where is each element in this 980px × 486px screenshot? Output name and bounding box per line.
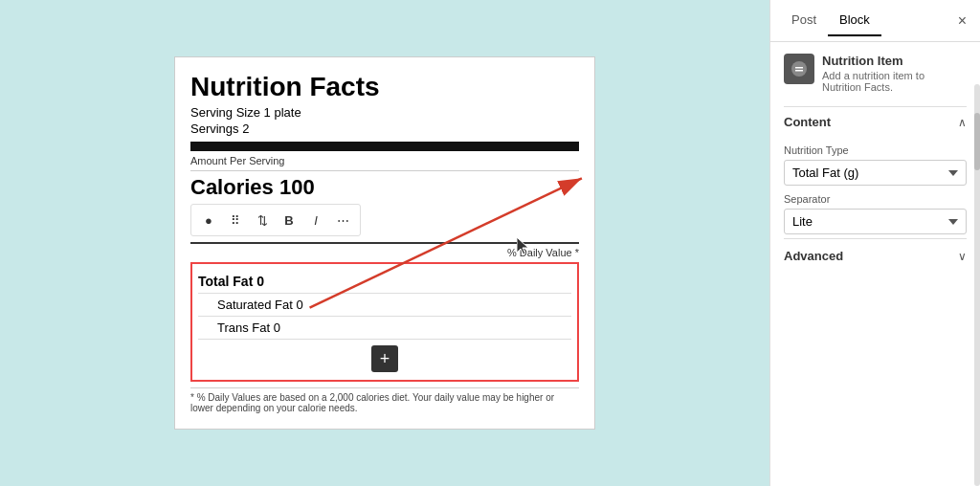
tab-post[interactable]: Post	[780, 5, 828, 36]
nutrition-card: Nutrition Facts Serving Size 1 plate Ser…	[174, 56, 595, 431]
toolbar-bold-btn[interactable]: B	[277, 208, 301, 232]
selected-nutrition-block: Total Fat 0 Saturated Fat 0 Trans Fat 0 …	[190, 262, 579, 382]
toolbar-italic-btn[interactable]: I	[303, 208, 328, 232]
advanced-section-header[interactable]: Advanced ∨	[784, 238, 967, 273]
panel-tabs: Post Block ×	[770, 0, 980, 42]
nutrition-item-saturated-fat: Saturated Fat 0	[198, 294, 571, 317]
block-toolbar: ● ⠿ ⇅ B I ⋯	[190, 204, 361, 236]
nutrition-type-select[interactable]: Total Fat (g) Saturated Fat (g) Trans Fa…	[784, 160, 967, 186]
calories-label: Calories	[190, 175, 274, 199]
toolbar-more-btn[interactable]: ⋯	[330, 208, 355, 232]
nutrition-title: Nutrition Facts	[190, 73, 579, 102]
svg-rect-4	[795, 70, 803, 72]
toolbar-icon-btn[interactable]: ●	[196, 208, 221, 232]
trans-fat-value: 0	[274, 320, 280, 335]
toolbar-drag-btn[interactable]: ⠿	[223, 208, 248, 232]
separator-select[interactable]: Lite None Bold	[784, 209, 967, 234]
add-btn-row: +	[198, 340, 571, 374]
toolbar-move-btn[interactable]: ⇅	[250, 208, 275, 232]
tab-block[interactable]: Block	[828, 5, 881, 36]
calories-value: 100	[279, 175, 315, 199]
add-item-button[interactable]: +	[371, 345, 398, 372]
panel-scrollbar-thumb[interactable]	[974, 113, 980, 170]
nutrition-item-trans-fat: Trans Fat 0	[198, 317, 571, 340]
content-section-title: Content	[784, 115, 831, 129]
total-fat-value: 0	[256, 274, 264, 289]
footnote: * % Daily Values are based on a 2,000 ca…	[190, 387, 579, 413]
content-section-header[interactable]: Content ∧	[784, 106, 967, 137]
canvas-area: Nutrition Facts Serving Size 1 plate Ser…	[0, 0, 769, 486]
plugin-description: Add a nutrition item to Nutrition Facts.	[822, 70, 967, 93]
calories-row: Calories 100	[190, 175, 579, 200]
right-panel: Post Block × Nutrition Item Add a nutrit…	[769, 0, 980, 486]
daily-value-row: % Daily Value *	[190, 242, 579, 258]
svg-rect-3	[795, 67, 803, 69]
svg-point-2	[791, 61, 807, 77]
plugin-name: Nutrition Item	[822, 54, 967, 68]
advanced-chevron-icon: ∨	[958, 250, 967, 263]
panel-close-button[interactable]: ×	[954, 9, 970, 33]
plugin-header: Nutrition Item Add a nutrition item to N…	[784, 54, 967, 93]
panel-inner: Nutrition Item Add a nutrition item to N…	[770, 42, 980, 486]
plugin-icon	[784, 54, 814, 84]
panel-scrollbar[interactable]	[974, 84, 980, 486]
separator-label: Separator	[784, 193, 967, 205]
saturated-fat-label: Saturated Fat	[217, 298, 293, 312]
trans-fat-label: Trans Fat	[217, 320, 270, 335]
amount-per-serving: Amount Per Serving	[190, 155, 579, 166]
total-fat-label: Total Fat	[198, 274, 253, 289]
thin-divider-1	[190, 170, 579, 171]
panel-body: Nutrition Item Add a nutrition item to N…	[770, 42, 980, 486]
plugin-info: Nutrition Item Add a nutrition item to N…	[822, 54, 967, 93]
thick-divider	[190, 142, 579, 151]
content-chevron-icon: ∧	[958, 116, 967, 129]
advanced-section-title: Advanced	[784, 249, 843, 263]
serving-size: Serving Size 1 plate	[190, 105, 579, 120]
servings: Servings 2	[190, 122, 579, 136]
nutrition-item-total-fat: Total Fat 0	[198, 270, 571, 294]
saturated-fat-value: 0	[296, 298, 302, 312]
nutrition-type-label: Nutrition Type	[784, 144, 967, 156]
